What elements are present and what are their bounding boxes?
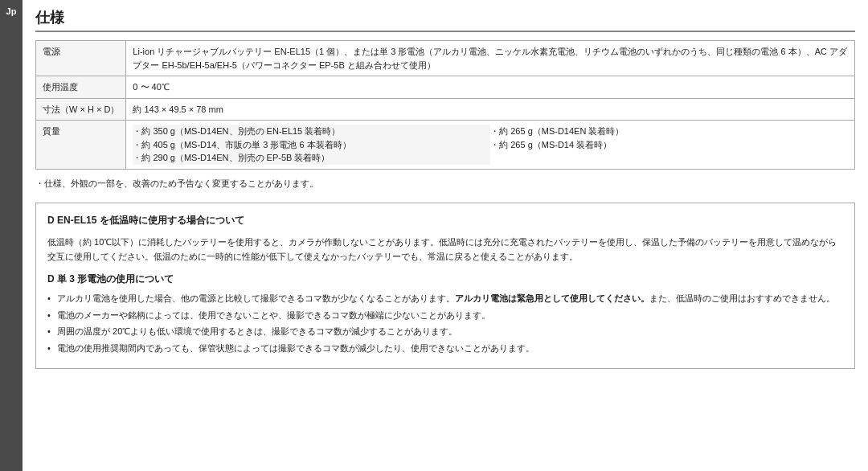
info-box-body: 低温時（約 10℃以下）に消耗したバッテリーを使用すると、カメラが作動しないこと… bbox=[47, 235, 843, 264]
list-item: 周囲の温度が 20℃よりも低い環境で使用するときは、撮影できるコマ数が減少するこ… bbox=[47, 325, 843, 339]
weight-line5: ・約 265 g（MS-D14 装着時） bbox=[490, 140, 612, 149]
weight-col2: ・約 265 g（MS-D14EN 装着時） ・約 265 g（MS-D14 装… bbox=[490, 125, 848, 165]
page-title: 仕様 bbox=[35, 8, 855, 32]
bullet-text-bold: アルカリ電池は緊急用として使用してください。 bbox=[455, 293, 649, 303]
bullet-text: 電池の使用推奨期間内であっても、保管状態によっては撮影できるコマ数が減少したり、… bbox=[57, 343, 534, 353]
spec-label-power: 電源 bbox=[36, 41, 126, 76]
weight-inner-table: ・約 350 g（MS-D14EN、別売の EN-EL15 装着時） ・約 40… bbox=[133, 125, 848, 165]
spec-value-dim: 約 143 × 49.5 × 78 mm bbox=[126, 98, 855, 121]
sidebar-label: Jp bbox=[6, 6, 17, 16]
spec-label-dim: 寸法（W × H × D） bbox=[36, 98, 126, 121]
main-content: 仕様 電源 Li-ion リチャージャブルバッテリー EN-EL15（1 個）、… bbox=[23, 0, 868, 471]
bullet-text-after: また、低温時のご使用はおすすめできません。 bbox=[649, 293, 835, 303]
spec-value-power: Li-ion リチャージャブルバッテリー EN-EL15（1 個）、または単 3… bbox=[126, 41, 855, 76]
table-row: 寸法（W × H × D） 約 143 × 49.5 × 78 mm bbox=[36, 98, 855, 121]
spec-label-temp: 使用温度 bbox=[36, 76, 126, 99]
weight-line4: ・約 265 g（MS-D14EN 装着時） bbox=[490, 126, 624, 136]
page-wrapper: Jp 仕様 電源 Li-ion リチャージャブルバッテリー EN-EL15（1 … bbox=[0, 0, 868, 471]
info-box-subtitle: D 単 3 形電池の使用について bbox=[47, 272, 843, 287]
info-box: D EN-EL15 を低温時に使用する場合について 低温時（約 10℃以下）に消… bbox=[35, 203, 855, 369]
weight-line2: ・約 405 g（MS-D14、市販の単 3 形電池 6 本装着時） bbox=[133, 140, 350, 149]
bullet-list: アルカリ電池を使用した場合、他の電源と比較して撮影できるコマ数が少なくなることが… bbox=[47, 292, 843, 355]
table-row-weight: 質量 ・約 350 g（MS-D14EN、別売の EN-EL15 装着時） ・約… bbox=[36, 121, 855, 170]
table-row: ・約 350 g（MS-D14EN、別売の EN-EL15 装着時） ・約 40… bbox=[133, 125, 848, 165]
spec-value-weight: ・約 350 g（MS-D14EN、別売の EN-EL15 装着時） ・約 40… bbox=[126, 121, 855, 170]
bullet-text: 電池のメーカーや銘柄によっては、使用できないことや、撮影できるコマ数が極端に少な… bbox=[57, 310, 490, 320]
weight-line3: ・約 290 g（MS-D14EN、別売の EP-5B 装着時） bbox=[133, 153, 330, 162]
list-item: 電池のメーカーや銘柄によっては、使用できないことや、撮影できるコマ数が極端に少な… bbox=[47, 309, 843, 323]
spec-value-temp: 0 〜 40℃ bbox=[126, 76, 855, 99]
table-row: 使用温度 0 〜 40℃ bbox=[36, 76, 855, 99]
list-item: アルカリ電池を使用した場合、他の電源と比較して撮影できるコマ数が少なくなることが… bbox=[47, 292, 843, 306]
info-box-title: D EN-EL15 を低温時に使用する場合について bbox=[47, 213, 843, 228]
spec-label-weight: 質量 bbox=[36, 121, 126, 170]
sidebar: Jp bbox=[0, 0, 23, 471]
note-text: ・仕様、外観の一部を、改善のため予告なく変更することがあります。 bbox=[35, 178, 855, 190]
weight-line1: ・約 350 g（MS-D14EN、別売の EN-EL15 装着時） bbox=[133, 126, 340, 136]
weight-col1: ・約 350 g（MS-D14EN、別売の EN-EL15 装着時） ・約 40… bbox=[133, 125, 490, 165]
bullet-text-before: アルカリ電池を使用した場合、他の電源と比較して撮影できるコマ数が少なくなることが… bbox=[57, 293, 455, 303]
bullet-text: 周囲の温度が 20℃よりも低い環境で使用するときは、撮影できるコマ数が減少するこ… bbox=[57, 326, 457, 336]
table-row: 電源 Li-ion リチャージャブルバッテリー EN-EL15（1 個）、または… bbox=[36, 41, 855, 76]
spec-table: 電源 Li-ion リチャージャブルバッテリー EN-EL15（1 個）、または… bbox=[35, 40, 855, 170]
list-item: 電池の使用推奨期間内であっても、保管状態によっては撮影できるコマ数が減少したり、… bbox=[47, 342, 843, 356]
